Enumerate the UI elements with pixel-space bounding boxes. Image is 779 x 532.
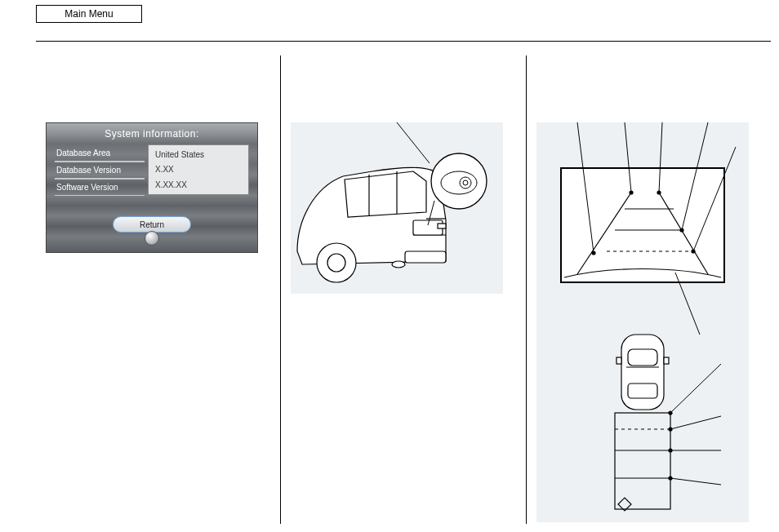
svg-point-9 bbox=[392, 261, 405, 268]
row-label-swver: Software Version bbox=[55, 179, 145, 196]
svg-point-2 bbox=[327, 254, 345, 272]
return-button[interactable]: Return bbox=[113, 216, 191, 244]
svg-rect-34 bbox=[628, 349, 657, 366]
row-value-area: United States bbox=[155, 147, 242, 162]
system-info-table: Database Area Database Version Software … bbox=[55, 144, 249, 196]
svg-line-48 bbox=[670, 416, 721, 429]
rear-camera-illustration bbox=[291, 122, 503, 294]
svg-rect-35 bbox=[628, 383, 657, 398]
svg-point-11 bbox=[431, 153, 487, 209]
system-info-valuebox: United States X.XX X.XX.XX bbox=[148, 144, 249, 195]
svg-line-47 bbox=[670, 364, 721, 413]
svg-line-0 bbox=[397, 122, 430, 163]
column-2 bbox=[280, 55, 525, 524]
row-value-swver: X.XX.XX bbox=[155, 178, 242, 193]
header-rule bbox=[36, 41, 771, 42]
svg-rect-10 bbox=[438, 224, 446, 228]
return-knob-icon bbox=[145, 231, 159, 246]
return-button-label: Return bbox=[140, 220, 164, 229]
page-columns: System information: Database Area Databa… bbox=[36, 55, 771, 524]
row-label-area: Database Area bbox=[55, 144, 145, 162]
main-menu-tab[interactable]: Main Menu bbox=[36, 5, 142, 23]
system-info-title: System information: bbox=[47, 123, 257, 143]
row-label-dbver: Database Version bbox=[55, 162, 145, 179]
system-info-screen: System information: Database Area Databa… bbox=[46, 122, 258, 253]
column-3 bbox=[526, 55, 771, 524]
svg-rect-38 bbox=[664, 357, 669, 364]
column-1: System information: Database Area Databa… bbox=[36, 55, 280, 524]
svg-rect-37 bbox=[617, 357, 621, 364]
svg-rect-8 bbox=[405, 251, 446, 263]
svg-point-15 bbox=[463, 180, 468, 185]
svg-rect-39 bbox=[615, 413, 670, 509]
guideline-svg bbox=[536, 122, 749, 522]
suv-camera-svg bbox=[291, 122, 503, 294]
svg-line-50 bbox=[670, 478, 721, 485]
guideline-illustration bbox=[536, 122, 749, 522]
row-value-dbver: X.XX bbox=[155, 162, 242, 177]
main-menu-tab-label: Main Menu bbox=[65, 8, 113, 20]
